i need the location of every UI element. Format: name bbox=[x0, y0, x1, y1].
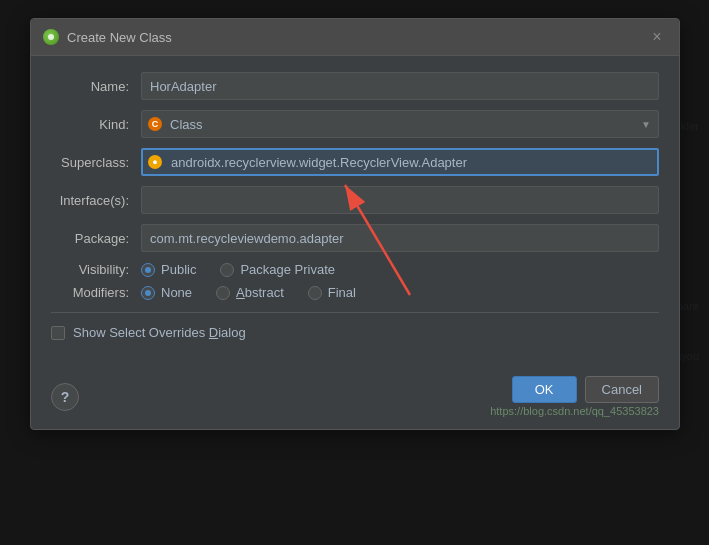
dialog-title-left: Create New Class bbox=[43, 29, 172, 45]
kind-label: Kind: bbox=[51, 117, 141, 132]
visibility-public-label: Public bbox=[161, 262, 196, 277]
ok-button[interactable]: OK bbox=[512, 376, 577, 403]
visibility-public-option[interactable]: Public bbox=[141, 262, 196, 277]
superclass-row: Superclass: ● bbox=[51, 148, 659, 176]
footer-url: https://blog.csdn.net/qq_45353823 bbox=[490, 405, 659, 417]
package-input[interactable] bbox=[141, 224, 659, 252]
visibility-label: Visibility: bbox=[51, 262, 141, 277]
modifiers-none-option[interactable]: None bbox=[141, 285, 192, 300]
dialog-body: Name: Kind: C Class Interface Enum Annot… bbox=[31, 56, 679, 368]
superclass-wrapper: ● bbox=[141, 148, 659, 176]
dialog-app-icon bbox=[43, 29, 59, 45]
modifiers-abstract-label: Abstract bbox=[236, 285, 284, 300]
superclass-label: Superclass: bbox=[51, 155, 141, 170]
superclass-input[interactable] bbox=[141, 148, 659, 176]
dialog-titlebar: Create New Class × bbox=[31, 19, 679, 56]
modifiers-row: Modifiers: None Abstract Final bbox=[51, 285, 659, 300]
modifiers-none-label: None bbox=[161, 285, 192, 300]
cancel-button[interactable]: Cancel bbox=[585, 376, 659, 403]
modifiers-final-radio[interactable] bbox=[308, 286, 322, 300]
modifiers-none-radio[interactable] bbox=[141, 286, 155, 300]
package-label: Package: bbox=[51, 231, 141, 246]
visibility-package-private-radio[interactable] bbox=[220, 263, 234, 277]
divider bbox=[51, 312, 659, 313]
create-new-class-dialog: Create New Class × Name: Kind: C Class I… bbox=[30, 18, 680, 430]
visibility-public-radio[interactable] bbox=[141, 263, 155, 277]
package-row: Package: bbox=[51, 224, 659, 252]
show-overrides-checkbox[interactable] bbox=[51, 326, 65, 340]
help-button[interactable]: ? bbox=[51, 383, 79, 411]
interfaces-row: Interface(s): bbox=[51, 186, 659, 214]
name-row: Name: bbox=[51, 72, 659, 100]
kind-select[interactable]: Class Interface Enum Annotation bbox=[141, 110, 659, 138]
kind-wrapper: C Class Interface Enum Annotation ▼ bbox=[141, 110, 659, 138]
visibility-row: Visibility: Public Package Private bbox=[51, 262, 659, 277]
modifiers-abstract-radio[interactable] bbox=[216, 286, 230, 300]
modifiers-radio-group: None Abstract Final bbox=[141, 285, 356, 300]
interfaces-input[interactable] bbox=[141, 186, 659, 214]
dialog-title: Create New Class bbox=[67, 30, 172, 45]
modifiers-final-label: Final bbox=[328, 285, 356, 300]
visibility-package-private-label: Package Private bbox=[240, 262, 335, 277]
modifiers-abstract-option[interactable]: Abstract bbox=[216, 285, 284, 300]
interfaces-label: Interface(s): bbox=[51, 193, 141, 208]
name-input[interactable] bbox=[141, 72, 659, 100]
button-row: ? OK Cancel https://blog.csdn.net/qq_453… bbox=[51, 376, 659, 417]
visibility-package-private-option[interactable]: Package Private bbox=[220, 262, 335, 277]
modifiers-label: Modifiers: bbox=[51, 285, 141, 300]
visibility-radio-group: Public Package Private bbox=[141, 262, 335, 277]
action-buttons: OK Cancel bbox=[512, 376, 659, 403]
modifiers-none-dot bbox=[145, 290, 151, 296]
name-label: Name: bbox=[51, 79, 141, 94]
close-button[interactable]: × bbox=[647, 27, 667, 47]
modifiers-final-option[interactable]: Final bbox=[308, 285, 356, 300]
visibility-public-dot bbox=[145, 267, 151, 273]
show-overrides-label: Show Select Overrides Dialog bbox=[73, 325, 246, 340]
checkbox-row: Show Select Overrides Dialog bbox=[51, 325, 659, 340]
kind-row: Kind: C Class Interface Enum Annotation … bbox=[51, 110, 659, 138]
dialog-footer: ? OK Cancel https://blog.csdn.net/qq_453… bbox=[31, 368, 679, 429]
